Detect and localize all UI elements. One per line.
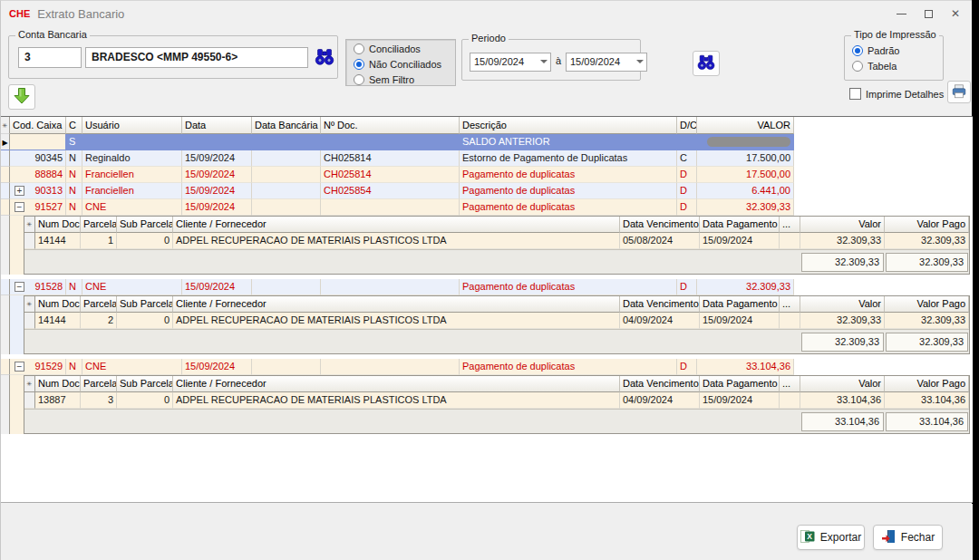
detail-column-header-1[interactable]: Num Doc [35,296,81,313]
cod-caixa-value: 90345 [13,150,63,166]
detail-column-header-3[interactable]: Sub Parcela [117,217,173,233]
cell-usuario: Franciellen [82,183,182,199]
radio-tipo-impressao-0[interactable]: Padrão [852,44,943,57]
detail-column-header-9[interactable]: Valor Pago [885,376,969,392]
master-row[interactable]: ▶SSALDO ANTERIOR [1,134,794,150]
detail-cell-9: 32.309,33 [885,313,969,329]
detail-column-header-8[interactable]: Valor [800,376,885,392]
detail-column-header-4[interactable]: Cliente / Fornecedor [173,217,620,233]
detail-cell-0 [24,392,35,409]
master-row[interactable]: 90345NReginaldo15/09/2024CH025814Estorno… [1,150,794,167]
column-header-data-banc-ria[interactable]: Data Bancária [252,117,321,134]
detail-cell-8: 32.309,33 [800,313,885,329]
radio-conciliacao-0[interactable]: Conciliados [354,43,455,55]
column-header-d-c[interactable]: D/C [677,117,697,134]
conta-bancaria-label: Conta Bancaria [15,29,90,40]
detail-total-valor: 32.309,33 [801,253,884,272]
collapse-icon[interactable]: − [15,362,24,372]
detail-column-header-7[interactable]: ... [780,217,800,233]
exportar-label: Exportar [820,531,861,544]
detail-row[interactable]: 1414410ADPEL RECUPERACAO DE MATERIAIS PL… [24,233,969,249]
detail-column-header-7[interactable]: ... [780,296,800,313]
periodo-label: Periodo [469,33,509,43]
cell-doc: CH025814 [321,150,460,167]
detail-row[interactable]: 1388730ADPEL RECUPERACAO DE MATERIAIS PL… [24,392,969,409]
radio-icon[interactable] [354,59,364,70]
collapse-icon[interactable]: − [15,202,24,212]
carregar-button[interactable] [8,84,35,110]
column-header-usu-rio[interactable]: Usuário [82,117,182,134]
chevron-down-icon[interactable] [540,60,548,63]
detail-column-header-4[interactable]: Cliente / Fornecedor [173,376,620,392]
detail-column-header-6[interactable]: Data Pagamento [700,376,780,392]
exportar-button[interactable]: X Exportar [797,525,865,550]
detail-column-header-9[interactable]: Valor Pago [885,217,969,233]
master-row[interactable]: −91529NCNE15/09/2024Pagamento de duplica… [1,359,794,375]
master-row[interactable]: −91527NCNE15/09/2024Pagamento de duplica… [1,199,794,216]
radio-tipo-impressao-1[interactable]: Tabela [852,60,943,72]
master-row[interactable]: −91528NCNE15/09/2024Pagamento de duplica… [1,279,794,295]
detail-row[interactable]: 1414420ADPEL RECUPERACAO DE MATERIAIS PL… [24,313,969,329]
cell-descricao: Pagamento de duplicatas [460,279,677,295]
radio-icon[interactable] [852,61,863,72]
column-header-descri-o[interactable]: Descrição [460,117,677,134]
detail-column-header-4[interactable]: Cliente / Fornecedor [173,296,620,313]
detail-column-header-6[interactable]: Data Pagamento [700,217,780,233]
detail-column-header-1[interactable]: Num Doc [35,376,81,392]
conta-codigo-input[interactable]: 3 [18,47,82,68]
detail-column-header-9[interactable]: Valor Pago [885,296,969,313]
detail-column-header-5[interactable]: Data Vencimento [620,296,700,313]
expand-icon[interactable]: + [15,186,24,196]
detail-column-header-3[interactable]: Sub Parcela [117,296,173,313]
collapse-icon[interactable]: − [15,282,24,292]
data-inicial-combobox[interactable]: 15/09/2024 [470,53,551,72]
column-header-data[interactable]: Data [182,117,252,134]
cell-usuario: Reginaldo [82,150,182,167]
data-final-combobox[interactable]: 15/09/2024 [566,53,647,72]
row-gutter [1,359,10,375]
tipo-impressao-label: Tipo de Impressão [851,29,939,40]
radio-conciliacao-1[interactable]: Não Conciliados [354,58,455,71]
radio-icon[interactable] [354,43,364,54]
radio-conciliacao-2[interactable]: Sem Filtro [354,73,455,86]
column-header-n-doc-[interactable]: Nº Doc. [321,117,460,134]
radio-icon[interactable] [354,74,364,85]
imprime-detalhes-checkbox[interactable] [849,88,861,100]
detail-column-header-6[interactable]: Data Pagamento [700,296,780,313]
master-row[interactable]: +90313NFranciellen15/09/2024CH025854Paga… [1,183,794,199]
fechar-label: Fechar [901,531,935,544]
printer-icon [951,83,967,101]
cell-dc: D [677,199,697,216]
radio-conciliacao-label: Não Conciliados [369,59,441,70]
column-header-valor[interactable]: VALOR [697,117,794,134]
pesquisar-button[interactable] [693,51,720,76]
conta-banco-input[interactable]: BRADESCO <MMP 49550-6> [85,47,308,68]
imprimir-button[interactable] [947,81,971,103]
radio-icon[interactable] [852,45,863,56]
cell-data: 15/09/2024 [182,199,252,216]
detail-column-header-5[interactable]: Data Vencimento [620,217,700,233]
cell-c: N [66,150,82,167]
column-header-cod-caixa[interactable]: Cod. Caixa [10,117,66,134]
detail-gutter-header: ✳ [24,376,35,392]
detail-column-header-8[interactable]: Valor [800,217,885,233]
chevron-down-icon[interactable] [636,60,644,63]
cell-valor: 17.500,00 [697,150,794,167]
detail-column-header-1[interactable]: Num Doc [35,217,81,233]
detail-column-header-8[interactable]: Valor [800,296,885,313]
detail-column-header-2[interactable]: Parcela [81,376,117,392]
detail-column-header-2[interactable]: Parcela [81,296,117,313]
cell-usuario: CNE [82,199,182,216]
detail-column-header-5[interactable]: Data Vencimento [620,376,700,392]
column-header-c[interactable]: C [66,117,82,134]
detail-column-header-3[interactable]: Sub Parcela [117,376,173,392]
detail-grid-wrap: ✳Num DocParcelaSub ParcelaCliente / Forn… [1,216,973,275]
master-row[interactable]: 88884NFranciellen15/09/2024CH025814Pagam… [1,167,794,183]
detail-column-header-7[interactable]: ... [780,376,800,392]
cell-cod: 90345 [10,150,66,167]
detail-column-header-2[interactable]: Parcela [81,217,117,233]
cell-data: 15/09/2024 [182,359,252,375]
search-conta-binoculars-icon[interactable] [314,46,335,70]
fechar-button[interactable]: Fechar [873,525,943,550]
cell-c: N [66,183,82,199]
